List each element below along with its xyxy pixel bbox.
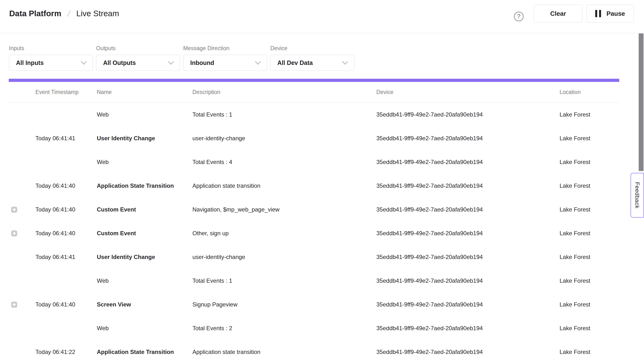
pause-button-label: Pause bbox=[606, 10, 625, 17]
row-expand-cell bbox=[9, 230, 34, 236]
page-title: Live Stream bbox=[76, 9, 119, 18]
expand-row-button[interactable] bbox=[11, 230, 17, 236]
table-header-row: Event Timestamp Name Description Device … bbox=[9, 82, 619, 103]
expand-row-button[interactable] bbox=[11, 207, 17, 213]
filters-bar: Inputs All Inputs Outputs All Outputs Me… bbox=[0, 33, 644, 71]
row-location: Lake Forest bbox=[558, 325, 619, 332]
inputs-dropdown-value: All Inputs bbox=[16, 59, 80, 66]
row-timestamp: Today 06:41:40 bbox=[34, 206, 96, 213]
row-location: Lake Forest bbox=[558, 206, 619, 213]
filter-device-label: Device bbox=[270, 45, 354, 52]
table-row[interactable]: Today 06:41:40 Custom Event Navigation, … bbox=[9, 198, 619, 221]
row-timestamp: Today 06:41:41 bbox=[34, 135, 96, 142]
feedback-tab-label: Feedback bbox=[634, 182, 640, 208]
row-description: Total Events : 1 bbox=[192, 277, 376, 284]
row-device: 35eddb41-9ff9-49e2-7aed-20afa90eb194 bbox=[376, 206, 558, 213]
row-device: 35eddb41-9ff9-49e2-7aed-20afa90eb194 bbox=[376, 349, 558, 356]
pause-icon bbox=[595, 10, 601, 17]
row-location: Lake Forest bbox=[558, 159, 619, 166]
row-device: 35eddb41-9ff9-49e2-7aed-20afa90eb194 bbox=[376, 135, 558, 142]
row-name: Screen View bbox=[96, 301, 192, 308]
scrollbar-thumb[interactable] bbox=[639, 33, 644, 171]
row-description: user-identity-change bbox=[192, 135, 376, 142]
row-device: 35eddb41-9ff9-49e2-7aed-20afa90eb194 bbox=[376, 277, 558, 284]
filter-device: Device All Dev Data bbox=[270, 45, 354, 71]
row-name: Custom Event bbox=[96, 230, 192, 237]
table-row[interactable]: Today 06:41:40 Screen View Signup Pagevi… bbox=[9, 293, 619, 316]
row-location: Lake Forest bbox=[558, 301, 619, 308]
device-dropdown-value: All Dev Data bbox=[277, 59, 342, 66]
message-direction-dropdown-value: Inbound bbox=[190, 59, 255, 66]
row-location: Lake Forest bbox=[558, 349, 619, 356]
column-header-description: Description bbox=[192, 89, 376, 95]
accent-divider bbox=[9, 79, 619, 82]
app-header: Data Platform / Live Stream ? Clear Paus… bbox=[0, 0, 644, 33]
row-description: Other, sign up bbox=[192, 230, 376, 237]
table-row[interactable]: Today 06:41:40 Custom Event Other, sign … bbox=[9, 221, 619, 245]
column-header-location: Location bbox=[558, 89, 619, 95]
row-location: Lake Forest bbox=[558, 230, 619, 237]
row-name: User Identity Change bbox=[96, 254, 192, 260]
breadcrumb-separator: / bbox=[66, 8, 71, 19]
chevron-down-icon bbox=[168, 61, 174, 65]
table-body: Web Total Events : 1 35eddb41-9ff9-49e2-… bbox=[9, 103, 619, 360]
row-name: Web bbox=[96, 111, 192, 118]
device-dropdown[interactable]: All Dev Data bbox=[270, 55, 354, 71]
pause-button[interactable]: Pause bbox=[586, 4, 634, 22]
row-expand-cell bbox=[9, 207, 34, 213]
row-device: 35eddb41-9ff9-49e2-7aed-20afa90eb194 bbox=[376, 230, 558, 237]
breadcrumb-section[interactable]: Data Platform bbox=[9, 9, 62, 18]
row-device: 35eddb41-9ff9-49e2-7aed-20afa90eb194 bbox=[376, 301, 558, 308]
row-timestamp: Today 06:41:22 bbox=[34, 349, 96, 356]
row-name: User Identity Change bbox=[96, 135, 192, 142]
row-name: Application State Transition bbox=[96, 182, 192, 189]
outputs-dropdown[interactable]: All Outputs bbox=[96, 55, 180, 71]
row-location: Lake Forest bbox=[558, 254, 619, 260]
row-description: Total Events : 1 bbox=[192, 111, 376, 118]
filter-message-direction-label: Message Direction bbox=[183, 45, 267, 52]
table-row[interactable]: Web Total Events : 1 35eddb41-9ff9-49e2-… bbox=[9, 103, 619, 127]
filter-outputs-label: Outputs bbox=[96, 45, 180, 52]
row-device: 35eddb41-9ff9-49e2-7aed-20afa90eb194 bbox=[376, 182, 558, 189]
message-direction-dropdown[interactable]: Inbound bbox=[183, 55, 267, 71]
clear-button[interactable]: Clear bbox=[534, 4, 582, 22]
row-timestamp: Today 06:41:40 bbox=[34, 182, 96, 189]
table-row[interactable]: Today 06:41:40 Application State Transit… bbox=[9, 174, 619, 198]
row-expand-cell bbox=[9, 302, 34, 308]
row-location: Lake Forest bbox=[558, 277, 619, 284]
feedback-tab[interactable]: Feedback bbox=[630, 173, 644, 218]
column-header-name: Name bbox=[96, 89, 192, 95]
filter-inputs-label: Inputs bbox=[9, 45, 93, 52]
row-description: Signup Pageview bbox=[192, 301, 376, 308]
live-stream-table: Event Timestamp Name Description Device … bbox=[9, 82, 619, 360]
column-header-device: Device bbox=[376, 89, 558, 95]
row-location: Lake Forest bbox=[558, 111, 619, 118]
row-description: Navigation, $mp_web_page_view bbox=[192, 206, 376, 213]
row-location: Lake Forest bbox=[558, 135, 619, 142]
row-description: Total Events : 4 bbox=[192, 159, 376, 166]
chevron-down-icon bbox=[255, 61, 261, 65]
row-description: Application state transition bbox=[192, 182, 376, 189]
row-name: Web bbox=[96, 325, 192, 332]
chevron-down-icon bbox=[342, 61, 348, 65]
outputs-dropdown-value: All Outputs bbox=[103, 59, 168, 66]
row-description: Total Events : 2 bbox=[192, 325, 376, 332]
row-name: Custom Event bbox=[96, 206, 192, 213]
breadcrumb: Data Platform / Live Stream bbox=[9, 4, 119, 22]
row-device: 35eddb41-9ff9-49e2-7aed-20afa90eb194 bbox=[376, 111, 558, 118]
row-name: Application State Transition bbox=[96, 349, 192, 356]
row-name: Web bbox=[96, 159, 192, 166]
row-device: 35eddb41-9ff9-49e2-7aed-20afa90eb194 bbox=[376, 325, 558, 332]
table-row[interactable]: Today 06:41:41 User Identity Change user… bbox=[9, 245, 619, 269]
table-row[interactable]: Web Total Events : 4 35eddb41-9ff9-49e2-… bbox=[9, 150, 619, 174]
filter-inputs: Inputs All Inputs bbox=[9, 45, 93, 71]
table-row[interactable]: Web Total Events : 1 35eddb41-9ff9-49e2-… bbox=[9, 269, 619, 293]
inputs-dropdown[interactable]: All Inputs bbox=[9, 55, 93, 71]
filter-message-direction: Message Direction Inbound bbox=[183, 45, 267, 71]
table-row[interactable]: Web Total Events : 2 35eddb41-9ff9-49e2-… bbox=[9, 316, 619, 340]
expand-row-button[interactable] bbox=[11, 302, 17, 308]
table-row[interactable]: Today 06:41:41 User Identity Change user… bbox=[9, 127, 619, 150]
help-icon[interactable]: ? bbox=[514, 12, 524, 21]
row-device: 35eddb41-9ff9-49e2-7aed-20afa90eb194 bbox=[376, 254, 558, 260]
table-row[interactable]: Today 06:41:22 Application State Transit… bbox=[9, 340, 619, 360]
